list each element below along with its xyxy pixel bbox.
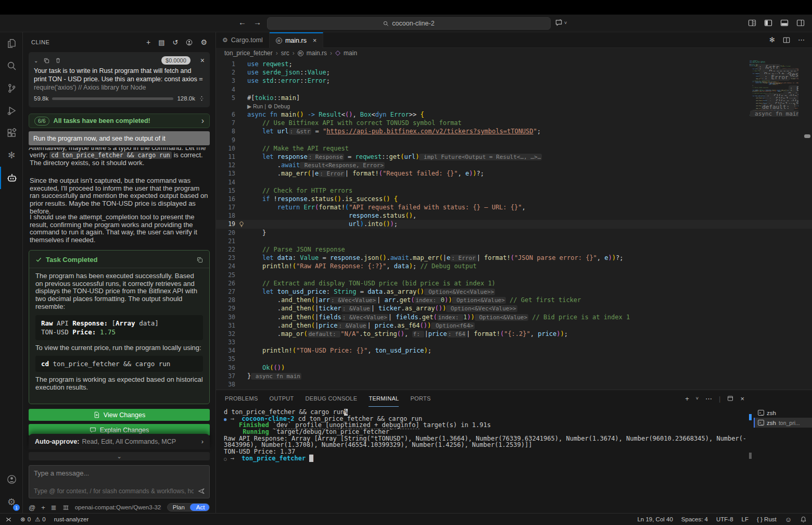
plan-mode-button[interactable]: Plan bbox=[168, 504, 190, 511]
code-line[interactable]: 29 .and_then(|ticker: &Value| ticker.as_… bbox=[216, 304, 812, 312]
code-line[interactable]: 25 bbox=[216, 271, 812, 279]
feedback-smiley-icon[interactable]: ☺ bbox=[785, 516, 792, 523]
terminal-list-item[interactable]: >_zsh bbox=[754, 408, 812, 418]
maximize-panel-icon[interactable] bbox=[727, 395, 733, 402]
close-task-icon[interactable]: × bbox=[200, 56, 205, 65]
tab-main-rs[interactable]: R main.rs × bbox=[270, 32, 323, 48]
code-line[interactable]: 13 .map_err(|e: Error| format!("Request … bbox=[216, 169, 812, 178]
problems-status[interactable]: ⊗0 ⚠0 bbox=[20, 516, 46, 523]
lightbulb-icon[interactable] bbox=[235, 221, 247, 228]
search-icon[interactable] bbox=[0, 55, 23, 77]
code-line[interactable]: 16 if !response.status().is_success() { bbox=[216, 195, 812, 203]
code-line[interactable]: 19 url).into()); bbox=[216, 220, 812, 228]
close-panel-icon[interactable]: × bbox=[740, 395, 744, 403]
terminal[interactable]: d ton_price_fetcher && cargo run%● → coc… bbox=[224, 409, 745, 511]
language-mode[interactable]: { } Rust bbox=[757, 516, 777, 522]
rules-icon[interactable]: ≣ bbox=[51, 504, 57, 511]
codelens-run-debug[interactable]: ▶ Run | ⚙ Debug bbox=[216, 102, 812, 110]
code-line[interactable]: 17 return Err(format!("API request faile… bbox=[216, 203, 812, 211]
tab-terminal[interactable]: TERMINAL bbox=[369, 390, 399, 407]
code-line[interactable]: 12 .await Result<Response, Error> bbox=[216, 161, 812, 169]
code-line[interactable]: 5#[tokio::main] bbox=[216, 94, 812, 102]
remote-indicator[interactable] bbox=[5, 516, 12, 523]
code-line[interactable]: 8 let url: &str = "https://api-pub.bitfi… bbox=[216, 127, 812, 135]
copy-icon[interactable] bbox=[197, 257, 203, 263]
more-actions-icon[interactable]: ⋯ bbox=[798, 36, 805, 44]
code-line[interactable]: 11 let response: Response = reqwest::get… bbox=[216, 153, 812, 161]
model-selector[interactable]: openai-compat:Qwen/Qwen3-32B bbox=[75, 504, 161, 510]
code-line[interactable]: 18 response.status(), bbox=[216, 211, 812, 220]
split-editor-icon[interactable] bbox=[783, 36, 790, 44]
tab-output[interactable]: OUTPUT bbox=[270, 390, 294, 407]
explorer-icon[interactable] bbox=[0, 32, 23, 55]
encoding[interactable]: UTF-8 bbox=[716, 516, 733, 522]
more-actions-icon[interactable]: ⋯ bbox=[705, 395, 712, 403]
code-line[interactable]: 4 bbox=[216, 85, 812, 94]
collapse-chevron-row[interactable]: ⌄ bbox=[29, 452, 210, 460]
breadcrumb-item[interactable]: ton_price_fetcher bbox=[224, 49, 273, 57]
code-line[interactable]: 1use reqwest; bbox=[216, 60, 812, 68]
openai-extension-icon[interactable]: ✻ bbox=[0, 144, 23, 167]
breadcrumb-item[interactable]: src bbox=[281, 49, 289, 57]
openai-icon[interactable]: ✻ bbox=[769, 36, 775, 44]
notifications-bell-icon[interactable] bbox=[800, 516, 807, 523]
code-line[interactable]: 26 // Extract and display TON-USD price … bbox=[216, 279, 812, 288]
code-line[interactable]: 3use std::error::Error; bbox=[216, 77, 812, 85]
code-line[interactable]: 32 .map_or(default: "N/A".to_string(), f… bbox=[216, 330, 812, 338]
code-line[interactable]: 23 let data: Value = response.json().awa… bbox=[216, 254, 812, 262]
collapse-task-icon[interactable]: ⌄ bbox=[34, 58, 38, 64]
customize-layout-icon[interactable] bbox=[748, 19, 756, 27]
command-center-search[interactable]: cocoon-cline-2 bbox=[267, 17, 551, 30]
history-icon[interactable]: ↺ bbox=[173, 39, 179, 46]
view-changes-button[interactable]: View Changes bbox=[29, 409, 210, 421]
chat-button[interactable]: ˅ bbox=[555, 19, 567, 27]
nav-back-icon[interactable]: ← bbox=[238, 18, 246, 27]
accounts-icon[interactable] bbox=[0, 468, 23, 491]
code-line[interactable]: 14 bbox=[216, 178, 812, 186]
terminal-list-item[interactable]: >_zshton_pri... bbox=[754, 418, 812, 428]
code-line[interactable]: 30 .and_then(|fields: &Vec<Value>| field… bbox=[216, 312, 812, 321]
tab-debug-console[interactable]: DEBUG CONSOLE bbox=[306, 390, 358, 407]
extensions-icon[interactable] bbox=[0, 122, 23, 144]
code-line[interactable]: 35 bbox=[216, 355, 812, 363]
at-mention-icon[interactable]: @ bbox=[29, 504, 35, 511]
settings-gear-icon[interactable]: ⚙1 bbox=[0, 491, 23, 513]
minimap[interactable]: use reqwest;use serde_json::Value;use st… bbox=[750, 60, 798, 117]
delete-task-icon[interactable] bbox=[55, 57, 61, 64]
tab-cargo-toml[interactable]: ⚙ Cargo.toml bbox=[216, 32, 270, 48]
indentation[interactable]: Spaces: 4 bbox=[681, 516, 708, 522]
settings-icon[interactable]: ⚙ bbox=[200, 38, 207, 46]
new-terminal-icon[interactable]: + bbox=[685, 395, 689, 403]
breadcrumb-item[interactable]: main.rs bbox=[307, 49, 327, 57]
code-line[interactable]: 6async fn main() -> Result<(), Box<dyn E… bbox=[216, 110, 812, 119]
code-line[interactable]: 31 .and_then(|price: &Value| price.as_f6… bbox=[216, 321, 812, 330]
auto-approve-bar[interactable]: Auto-approve: Read, Edit, All Commands, … bbox=[29, 434, 210, 449]
close-tab-icon[interactable]: × bbox=[313, 37, 316, 44]
code-line[interactable]: 7 // Use Bitfinex API with correct TONUS… bbox=[216, 119, 812, 127]
mcp-icon[interactable] bbox=[62, 504, 69, 511]
new-task-icon[interactable]: + bbox=[146, 38, 150, 46]
tasks-completed-banner[interactable]: 6/6 All tasks have been completed! › bbox=[29, 114, 210, 128]
run-debug-icon[interactable] bbox=[0, 99, 23, 122]
toggle-secondary-sidebar-icon[interactable] bbox=[796, 19, 805, 27]
code-line[interactable]: 22 // Parse JSON response bbox=[216, 245, 812, 254]
code-line[interactable]: 36 Ok(()) bbox=[216, 364, 812, 372]
code-line[interactable]: 27 let ton_usd_price: String = data.as_a… bbox=[216, 288, 812, 296]
code-line[interactable]: 28 .and_then(|arr: &Vec<Value>| arr.get(… bbox=[216, 296, 812, 304]
code-editor[interactable]: 1use reqwest;2use serde_json::Value;3use… bbox=[216, 58, 812, 390]
expand-context-icon[interactable] bbox=[199, 95, 205, 102]
eol-sequence[interactable]: LF bbox=[742, 516, 748, 522]
message-input[interactable]: Type a message... Type @ for context, / … bbox=[29, 465, 210, 498]
source-control-icon[interactable] bbox=[0, 77, 23, 99]
cursor-position[interactable]: Ln 19, Col 40 bbox=[637, 516, 673, 522]
rust-analyzer-status[interactable]: rust-analyzer bbox=[54, 516, 88, 522]
code-line[interactable]: 37} async fn main bbox=[216, 372, 812, 380]
copy-task-icon[interactable] bbox=[44, 58, 49, 64]
mcp-servers-icon[interactable]: ▤ bbox=[158, 39, 164, 46]
toggle-panel-icon[interactable] bbox=[780, 19, 789, 27]
send-icon[interactable] bbox=[198, 488, 205, 495]
nav-forward-icon[interactable]: → bbox=[253, 18, 261, 27]
breadcrumb-item[interactable]: main bbox=[344, 49, 357, 57]
tab-ports[interactable]: PORTS bbox=[410, 390, 430, 407]
code-line[interactable]: 21 bbox=[216, 237, 812, 245]
